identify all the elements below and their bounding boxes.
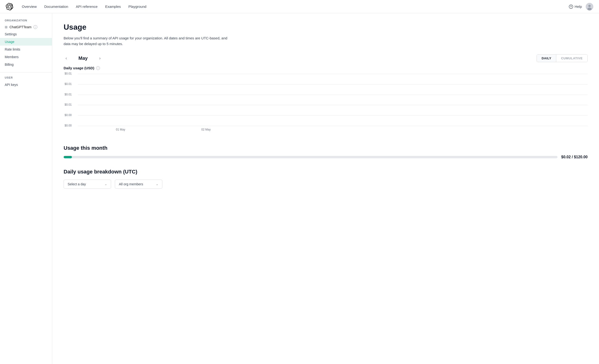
org-name: ChatGPTTeam xyxy=(9,25,32,29)
page-description: Below you'll find a summary of API usage… xyxy=(64,35,230,47)
day-select-arrow: ⌄ xyxy=(105,182,107,186)
nav-documentation[interactable]: Documentation xyxy=(42,3,71,10)
logo xyxy=(6,3,13,10)
x-label-2: 02 May xyxy=(177,128,235,131)
next-month-button[interactable]: › xyxy=(97,55,103,62)
usage-bar-track xyxy=(64,156,557,158)
nav-right: Help xyxy=(569,3,593,10)
sidebar-item-settings[interactable]: Settings xyxy=(0,30,52,38)
svg-point-4 xyxy=(587,8,592,10)
x-label-1: 01 May xyxy=(92,128,149,131)
usage-amount: $0.02 / $120.00 xyxy=(561,155,588,159)
nav-examples[interactable]: Examples xyxy=(102,3,124,10)
nav-overview[interactable]: Overview xyxy=(19,3,40,10)
sidebar-item-rate-limits[interactable]: Rate limits xyxy=(0,45,52,53)
sidebar-item-members[interactable]: Members xyxy=(0,53,52,61)
breakdown-section: Daily usage breakdown (UTC) Select a day… xyxy=(64,169,588,189)
usage-month-title: Usage this month xyxy=(64,145,588,151)
chart-title-row: Daily usage (USD) i xyxy=(64,66,588,70)
member-select-label: All org members xyxy=(119,182,143,186)
usage-month-section: Usage this month $0.02 / $120.00 xyxy=(64,145,588,159)
y-label-3: $0.01 xyxy=(65,93,72,96)
chart-header: ‹ May › DAILY CUMULATIVE xyxy=(64,54,588,62)
page-title: Usage xyxy=(64,23,588,32)
day-select-label: Select a day xyxy=(68,182,86,186)
y-label-2: $0.01 xyxy=(65,82,72,86)
nav-links: Overview Documentation API reference Exa… xyxy=(19,3,569,10)
help-icon xyxy=(569,5,573,9)
breakdown-title: Daily usage breakdown (UTC) xyxy=(64,169,588,175)
user-section-label: USER xyxy=(0,76,52,81)
svg-point-1 xyxy=(571,7,571,8)
usage-bar-fill xyxy=(64,156,72,158)
sidebar: ORGANIZATION ⊞ ChatGPTTeam i Settings Us… xyxy=(0,13,52,364)
org-section-label: ORGANIZATION xyxy=(0,19,52,24)
member-select-arrow: ⌄ xyxy=(156,182,158,186)
month-nav: ‹ May › xyxy=(64,55,103,62)
view-toggle: DAILY CUMULATIVE xyxy=(537,54,588,62)
nav-playground[interactable]: Playground xyxy=(125,3,149,10)
help-button[interactable]: Help xyxy=(569,5,582,9)
month-label: May xyxy=(74,56,93,61)
bars-container xyxy=(78,74,588,126)
usage-bar-row: $0.02 / $120.00 xyxy=(64,155,588,159)
daily-view-button[interactable]: DAILY xyxy=(537,55,556,62)
bar-chart: $0.01 $0.01 $0.01 $0.01 $0.00 $0.00 xyxy=(64,74,588,136)
org-row[interactable]: ⊞ ChatGPTTeam i xyxy=(0,24,52,30)
member-select[interactable]: All org members ⌄ xyxy=(115,180,162,189)
sidebar-item-usage[interactable]: Usage xyxy=(0,38,52,45)
y-label-6: $0.00 xyxy=(65,124,72,127)
sidebar-divider xyxy=(0,72,52,72)
y-label-1: $0.01 xyxy=(65,72,72,75)
chart-section: ‹ May › DAILY CUMULATIVE Daily usage (US… xyxy=(64,54,588,136)
breakdown-filters: Select a day ⌄ All org members ⌄ xyxy=(64,180,588,189)
org-icon: ⊞ xyxy=(5,25,8,29)
user-avatar[interactable] xyxy=(586,3,593,10)
y-label-5: $0.00 xyxy=(65,113,72,117)
help-label: Help xyxy=(574,5,582,9)
top-nav: Overview Documentation API reference Exa… xyxy=(0,0,599,13)
org-info-icon[interactable]: i xyxy=(34,25,37,29)
chart-title: Daily usage (USD) xyxy=(64,66,94,70)
y-label-4: $0.01 xyxy=(65,103,72,106)
prev-month-button[interactable]: ‹ xyxy=(64,55,69,62)
svg-point-3 xyxy=(588,5,591,7)
nav-api-reference[interactable]: API reference xyxy=(73,3,100,10)
avatar-image xyxy=(586,3,593,10)
cumulative-view-button[interactable]: CUMULATIVE xyxy=(556,55,587,62)
chart-info-icon[interactable]: i xyxy=(96,66,100,70)
sidebar-item-api-keys[interactable]: API keys xyxy=(0,81,52,88)
x-axis: 01 May 02 May xyxy=(78,126,588,136)
main-content: Usage Below you'll find a summary of API… xyxy=(52,13,599,364)
sidebar-item-billing[interactable]: Billing xyxy=(0,61,52,68)
layout: ORGANIZATION ⊞ ChatGPTTeam i Settings Us… xyxy=(0,13,599,364)
day-select[interactable]: Select a day ⌄ xyxy=(64,180,111,189)
